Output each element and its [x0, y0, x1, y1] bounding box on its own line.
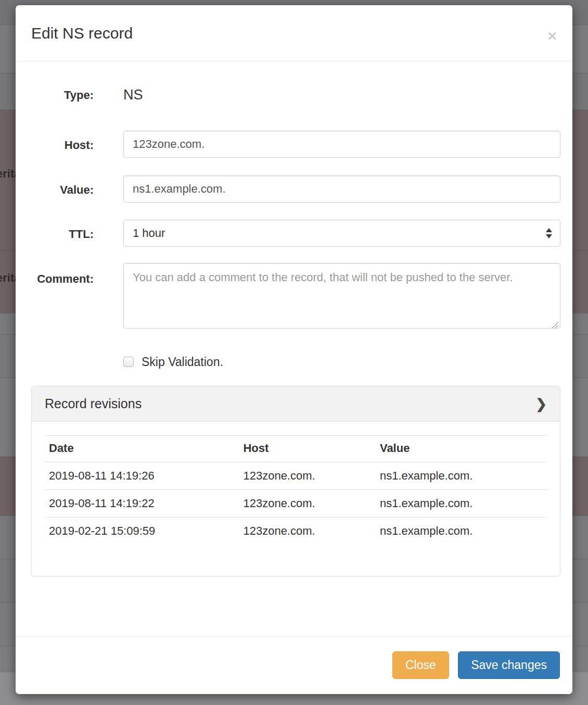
table-header-row: Date Host Value: [45, 436, 547, 462]
type-row: Type: NS: [31, 86, 560, 104]
host-row: Host:: [31, 131, 560, 158]
table-row: 2019-08-11 14:19:22 123zone.com. ns1.exa…: [45, 490, 547, 518]
value-input[interactable]: [123, 175, 560, 203]
record-revisions-panel: Record revisions ❯ Date Host Value 2019-…: [31, 386, 560, 576]
table-row: 2019-02-21 15:09:59 123zone.com. ns1.exa…: [45, 518, 547, 545]
revision-value: ns1.example.com.: [376, 462, 547, 490]
select-caret-icon: [546, 228, 552, 238]
modal-title: Edit NS record: [31, 24, 557, 42]
record-revisions-title: Record revisions: [45, 396, 142, 411]
ttl-select[interactable]: 1 hour: [123, 220, 560, 247]
revision-date: 2019-08-11 14:19:26: [45, 462, 239, 490]
revision-host: 123zone.com.: [239, 518, 375, 545]
revisions-table: Date Host Value 2019-08-11 14:19:26 123z…: [45, 435, 547, 545]
comment-label: Comment:: [31, 263, 94, 287]
skip-validation-checkbox[interactable]: [123, 357, 134, 367]
revision-host: 123zone.com.: [239, 490, 375, 518]
comment-row: Comment:: [31, 263, 560, 331]
type-label: Type:: [31, 86, 94, 104]
modal-footer: Close Save changes: [16, 636, 572, 694]
skip-validation-row: Skip Validation.: [123, 355, 560, 369]
revision-host: 123zone.com.: [239, 462, 375, 490]
edit-ns-record-modal: Edit NS record × Type: NS Host: Value: T…: [16, 5, 572, 694]
comment-textarea[interactable]: [123, 263, 560, 329]
type-value: NS: [123, 86, 560, 104]
record-revisions-header[interactable]: Record revisions ❯: [32, 386, 560, 422]
table-row: 2019-08-11 14:19:26 123zone.com. ns1.exa…: [45, 462, 547, 490]
revision-date: 2019-02-21 15:09:59: [45, 518, 239, 545]
record-revisions-body: Date Host Value 2019-08-11 14:19:26 123z…: [32, 422, 560, 576]
chevron-right-icon[interactable]: ❯: [535, 397, 547, 411]
close-button[interactable]: Close: [392, 651, 449, 679]
modal-header: Edit NS record ×: [16, 5, 572, 61]
ttl-label: TTL:: [31, 220, 94, 243]
skip-validation-label[interactable]: Skip Validation.: [142, 355, 223, 369]
close-icon[interactable]: ×: [547, 28, 557, 44]
host-label: Host:: [31, 131, 94, 154]
column-header-date: Date: [45, 436, 239, 462]
ttl-row: TTL: 1 hour: [31, 220, 560, 247]
save-changes-button[interactable]: Save changes: [458, 651, 560, 679]
host-input[interactable]: [123, 131, 560, 158]
modal-body: Type: NS Host: Value: TTL: 1 hour: [16, 61, 572, 576]
value-label: Value:: [31, 175, 94, 198]
revision-value: ns1.example.com.: [376, 490, 547, 518]
column-header-value: Value: [376, 436, 547, 462]
revision-value: ns1.example.com.: [376, 518, 547, 545]
value-row: Value:: [31, 175, 560, 203]
revision-date: 2019-08-11 14:19:22: [45, 490, 239, 518]
column-header-host: Host: [239, 436, 375, 462]
ttl-selected-value: 1 hour: [133, 226, 165, 240]
